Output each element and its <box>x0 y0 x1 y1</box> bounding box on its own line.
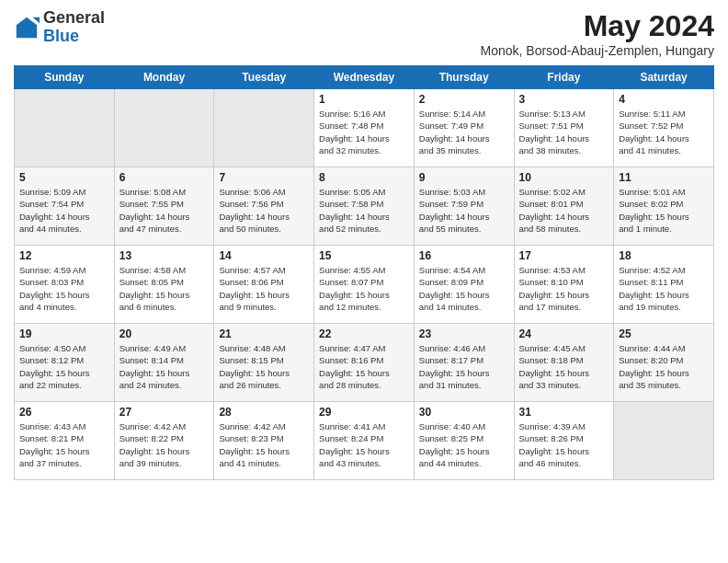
day-number: 15 <box>319 249 409 262</box>
calendar-cell: 21Sunrise: 4:48 AM Sunset: 8:15 PM Dayli… <box>214 324 314 402</box>
cell-info: Sunrise: 5:06 AM Sunset: 7:56 PM Dayligh… <box>219 186 309 235</box>
cell-info: Sunrise: 4:54 AM Sunset: 8:09 PM Dayligh… <box>419 264 509 313</box>
month-year: May 2024 <box>481 9 714 43</box>
day-number: 29 <box>319 406 409 419</box>
calendar-cell: 15Sunrise: 4:55 AM Sunset: 8:07 PM Dayli… <box>314 246 415 324</box>
day-number: 2 <box>419 93 509 106</box>
svg-marker-1 <box>33 17 40 24</box>
cell-info: Sunrise: 4:44 AM Sunset: 8:20 PM Dayligh… <box>619 342 709 391</box>
cell-info: Sunrise: 4:59 AM Sunset: 8:03 PM Dayligh… <box>19 264 109 313</box>
calendar-cell: 5Sunrise: 5:09 AM Sunset: 7:54 PM Daylig… <box>15 167 115 246</box>
day-of-week-header: Saturday <box>614 66 714 89</box>
day-number: 10 <box>519 171 609 184</box>
day-number: 12 <box>19 249 109 262</box>
day-number: 5 <box>19 171 109 184</box>
calendar-cell: 13Sunrise: 4:58 AM Sunset: 8:05 PM Dayli… <box>114 246 214 324</box>
day-number: 20 <box>119 327 210 340</box>
cell-info: Sunrise: 4:55 AM Sunset: 8:07 PM Dayligh… <box>319 264 409 313</box>
calendar-cell: 25Sunrise: 4:44 AM Sunset: 8:20 PM Dayli… <box>614 324 714 402</box>
calendar-cell: 19Sunrise: 4:50 AM Sunset: 8:12 PM Dayli… <box>15 324 115 402</box>
calendar-cell: 1Sunrise: 5:16 AM Sunset: 7:48 PM Daylig… <box>314 89 415 167</box>
calendar-cell <box>114 89 214 167</box>
calendar-cell: 28Sunrise: 4:42 AM Sunset: 8:23 PM Dayli… <box>214 402 314 480</box>
calendar-cell <box>214 89 314 167</box>
day-of-week-header: Friday <box>514 66 614 89</box>
calendar-cell: 17Sunrise: 4:53 AM Sunset: 8:10 PM Dayli… <box>514 246 614 324</box>
calendar-cell <box>15 89 115 167</box>
cell-info: Sunrise: 4:42 AM Sunset: 8:22 PM Dayligh… <box>119 420 210 469</box>
calendar-week-row: 19Sunrise: 4:50 AM Sunset: 8:12 PM Dayli… <box>15 324 714 402</box>
day-number: 22 <box>319 327 409 340</box>
cell-info: Sunrise: 5:05 AM Sunset: 7:58 PM Dayligh… <box>319 186 409 235</box>
day-number: 28 <box>219 406 309 419</box>
day-number: 1 <box>319 93 409 106</box>
day-number: 27 <box>119 406 210 419</box>
cell-info: Sunrise: 4:49 AM Sunset: 8:14 PM Dayligh… <box>119 342 210 391</box>
calendar-cell: 31Sunrise: 4:39 AM Sunset: 8:26 PM Dayli… <box>514 402 614 480</box>
cell-info: Sunrise: 5:09 AM Sunset: 7:54 PM Dayligh… <box>19 186 109 235</box>
cell-info: Sunrise: 4:42 AM Sunset: 8:23 PM Dayligh… <box>219 420 309 469</box>
page-header: General Blue May 2024 Monok, Borsod-Abau… <box>14 9 714 58</box>
logo-icon <box>14 15 40 40</box>
day-number: 6 <box>119 171 210 184</box>
cell-info: Sunrise: 5:13 AM Sunset: 7:51 PM Dayligh… <box>519 108 609 156</box>
day-of-week-header: Monday <box>114 66 214 89</box>
cell-info: Sunrise: 4:39 AM Sunset: 8:26 PM Dayligh… <box>519 420 609 469</box>
day-number: 31 <box>519 406 609 419</box>
cell-info: Sunrise: 5:02 AM Sunset: 8:01 PM Dayligh… <box>519 186 609 235</box>
cell-info: Sunrise: 4:40 AM Sunset: 8:25 PM Dayligh… <box>419 420 509 469</box>
cell-info: Sunrise: 4:53 AM Sunset: 8:10 PM Dayligh… <box>519 264 609 313</box>
day-number: 18 <box>619 249 709 262</box>
day-number: 30 <box>419 406 509 419</box>
cell-info: Sunrise: 4:47 AM Sunset: 8:16 PM Dayligh… <box>319 342 409 391</box>
cell-info: Sunrise: 4:41 AM Sunset: 8:24 PM Dayligh… <box>319 420 409 469</box>
day-of-week-header: Tuesday <box>214 66 314 89</box>
day-number: 7 <box>219 171 309 184</box>
calendar-cell: 30Sunrise: 4:40 AM Sunset: 8:25 PM Dayli… <box>414 402 514 480</box>
day-number: 26 <box>19 406 109 419</box>
logo-blue: Blue <box>43 27 79 45</box>
day-number: 25 <box>619 327 709 340</box>
calendar-header-row: SundayMondayTuesdayWednesdayThursdayFrid… <box>15 66 714 89</box>
calendar-cell: 4Sunrise: 5:11 AM Sunset: 7:52 PM Daylig… <box>614 89 714 167</box>
cell-info: Sunrise: 5:01 AM Sunset: 8:02 PM Dayligh… <box>619 186 709 235</box>
calendar-cell: 20Sunrise: 4:49 AM Sunset: 8:14 PM Dayli… <box>114 324 214 402</box>
title-block: May 2024 Monok, Borsod-Abauj-Zemplen, Hu… <box>481 9 714 58</box>
cell-info: Sunrise: 5:16 AM Sunset: 7:48 PM Dayligh… <box>319 108 409 156</box>
day-of-week-header: Thursday <box>414 66 514 89</box>
calendar-cell: 22Sunrise: 4:47 AM Sunset: 8:16 PM Dayli… <box>314 324 415 402</box>
svg-marker-0 <box>17 17 37 38</box>
logo-text: General Blue <box>43 9 105 46</box>
day-number: 3 <box>519 93 609 106</box>
day-number: 17 <box>519 249 609 262</box>
day-of-week-header: Wednesday <box>314 66 415 89</box>
location: Monok, Borsod-Abauj-Zemplen, Hungary <box>481 43 714 58</box>
calendar-table: SundayMondayTuesdayWednesdayThursdayFrid… <box>14 65 714 480</box>
calendar-cell: 24Sunrise: 4:45 AM Sunset: 8:18 PM Dayli… <box>514 324 614 402</box>
calendar-cell: 6Sunrise: 5:08 AM Sunset: 7:55 PM Daylig… <box>114 167 214 246</box>
day-number: 19 <box>19 327 109 340</box>
cell-info: Sunrise: 5:03 AM Sunset: 7:59 PM Dayligh… <box>419 186 509 235</box>
day-number: 24 <box>519 327 609 340</box>
cell-info: Sunrise: 4:50 AM Sunset: 8:12 PM Dayligh… <box>19 342 109 391</box>
calendar-cell: 23Sunrise: 4:46 AM Sunset: 8:17 PM Dayli… <box>414 324 514 402</box>
day-number: 4 <box>619 93 709 106</box>
day-number: 13 <box>119 249 210 262</box>
cell-info: Sunrise: 5:14 AM Sunset: 7:49 PM Dayligh… <box>419 108 509 156</box>
calendar-week-row: 5Sunrise: 5:09 AM Sunset: 7:54 PM Daylig… <box>15 167 714 246</box>
day-number: 14 <box>219 249 309 262</box>
calendar-cell: 12Sunrise: 4:59 AM Sunset: 8:03 PM Dayli… <box>15 246 115 324</box>
calendar-cell: 29Sunrise: 4:41 AM Sunset: 8:24 PM Dayli… <box>314 402 415 480</box>
day-number: 21 <box>219 327 309 340</box>
calendar-cell: 8Sunrise: 5:05 AM Sunset: 7:58 PM Daylig… <box>314 167 415 246</box>
calendar-cell: 26Sunrise: 4:43 AM Sunset: 8:21 PM Dayli… <box>15 402 115 480</box>
calendar-cell <box>614 402 714 480</box>
cell-info: Sunrise: 4:46 AM Sunset: 8:17 PM Dayligh… <box>419 342 509 391</box>
day-of-week-header: Sunday <box>15 66 115 89</box>
calendar-week-row: 12Sunrise: 4:59 AM Sunset: 8:03 PM Dayli… <box>15 246 714 324</box>
calendar-cell: 3Sunrise: 5:13 AM Sunset: 7:51 PM Daylig… <box>514 89 614 167</box>
calendar-week-row: 26Sunrise: 4:43 AM Sunset: 8:21 PM Dayli… <box>15 402 714 480</box>
cell-info: Sunrise: 5:08 AM Sunset: 7:55 PM Dayligh… <box>119 186 210 235</box>
cell-info: Sunrise: 4:45 AM Sunset: 8:18 PM Dayligh… <box>519 342 609 391</box>
cell-info: Sunrise: 4:52 AM Sunset: 8:11 PM Dayligh… <box>619 264 709 313</box>
